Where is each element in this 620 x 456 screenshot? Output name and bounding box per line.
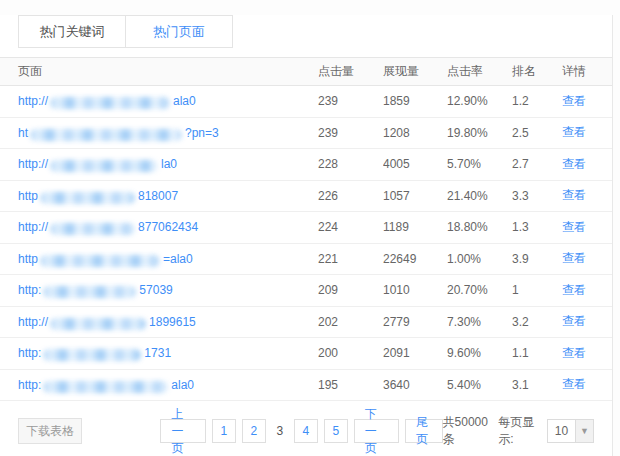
url-prefix: ht	[18, 126, 28, 140]
cell-impressions: 1010	[383, 275, 447, 307]
cell-rank: 2.7	[512, 149, 562, 181]
column-header-detail: 详情	[562, 58, 612, 86]
page-url-link[interactable]: ht?pn=3	[18, 126, 219, 140]
cell-impressions: 3640	[383, 369, 447, 401]
url-suffix: ala0	[173, 94, 196, 108]
cell-rank: 3.9	[512, 243, 562, 275]
cell-clicks: 226	[318, 180, 383, 212]
blurred-url-segment	[30, 129, 182, 141]
url-suffix: =ala0	[163, 252, 193, 266]
cell-clicks: 195	[318, 369, 383, 401]
cell-rank: 3.1	[512, 369, 562, 401]
view-detail-link[interactable]: 查看	[562, 157, 586, 171]
url-suffix: ?pn=3	[185, 126, 219, 140]
page-url-link[interactable]: http://877062434	[18, 220, 198, 234]
table-row: http://1899615 202 2779 7.30% 3.2 查看	[0, 306, 612, 338]
cell-rank: 3.3	[512, 180, 562, 212]
view-detail-link[interactable]: 查看	[562, 94, 586, 108]
cell-impressions: 22649	[383, 243, 447, 275]
url-prefix: http://	[18, 157, 48, 171]
url-suffix: la0	[161, 157, 177, 171]
blurred-url-segment	[50, 223, 135, 235]
blurred-url-segment	[40, 255, 160, 267]
cell-clicks: 224	[318, 212, 383, 244]
cell-impressions: 1859	[383, 86, 447, 118]
cell-impressions: 2091	[383, 338, 447, 370]
view-detail-link[interactable]: 查看	[562, 314, 586, 328]
url-suffix: 1899615	[149, 315, 196, 329]
view-detail-link[interactable]: 查看	[562, 220, 586, 234]
download-table-button[interactable]: 下载表格	[18, 418, 82, 444]
page-url-link[interactable]: http:1731	[18, 346, 171, 360]
table-body: http://ala0 239 1859 12.90% 1.2 查看 ht?pn…	[0, 86, 612, 401]
pagination: 上一页 12345 下一页 尾页	[160, 419, 442, 443]
tab-hot-pages-label: 热门页面	[153, 23, 205, 41]
page-number-button[interactable]: 4	[294, 419, 318, 443]
cell-rank: 1.3	[512, 212, 562, 244]
url-prefix: http://	[18, 220, 48, 234]
page-url-link[interactable]: http=ala0	[18, 252, 193, 266]
column-header-clicks: 点击量	[318, 58, 383, 86]
page-numbers: 12345	[212, 419, 348, 443]
table-header-row: 页面 点击量 展现量 点击率 排名 详情	[0, 58, 612, 86]
url-prefix: http:	[18, 378, 41, 392]
cell-impressions: 1189	[383, 212, 447, 244]
column-header-ctr: 点击率	[447, 58, 512, 86]
column-header-impressions: 展现量	[383, 58, 447, 86]
url-suffix: 877062434	[138, 220, 198, 234]
cell-rank: 3.2	[512, 306, 562, 338]
totals-area: 共50000条 每页显示: 10 ▼	[443, 414, 594, 448]
cell-rank: 2.5	[512, 117, 562, 149]
cell-clicks: 239	[318, 86, 383, 118]
per-page-label: 每页显示:	[498, 414, 541, 448]
view-detail-link[interactable]: 查看	[562, 125, 586, 139]
url-prefix: http://	[18, 94, 48, 108]
view-detail-link[interactable]: 查看	[562, 188, 586, 202]
cell-clicks: 228	[318, 149, 383, 181]
table-row: http://ala0 239 1859 12.90% 1.2 查看	[0, 86, 612, 118]
table-row: http:57039 209 1010 20.70% 1 查看	[0, 275, 612, 307]
prev-page-button[interactable]: 上一页	[160, 419, 205, 443]
page-url-link[interactable]: http://la0	[18, 157, 177, 171]
blurred-url-segment	[43, 381, 168, 393]
cell-impressions: 1057	[383, 180, 447, 212]
cell-ctr: 9.60%	[447, 338, 512, 370]
last-page-button[interactable]: 尾页	[405, 419, 443, 443]
table-footer: 下载表格 上一页 12345 下一页 尾页 共50000条 每页显示: 10 ▼	[18, 414, 594, 448]
page-url-link[interactable]: http://ala0	[18, 94, 196, 108]
hot-pages-panel: 热门关键词 热门页面 页面 点击量 展现量 点击率 排名 详情 http://a…	[0, 15, 613, 456]
view-detail-link[interactable]: 查看	[562, 251, 586, 265]
page-url-link[interactable]: http:57039	[18, 283, 173, 297]
url-prefix: http:	[18, 283, 41, 297]
blurred-url-segment	[43, 349, 141, 361]
page-number-button[interactable]: 1	[212, 419, 236, 443]
next-page-button[interactable]: 下一页	[354, 419, 399, 443]
cell-clicks: 209	[318, 275, 383, 307]
cell-rank: 1.2	[512, 86, 562, 118]
tab-hot-keywords[interactable]: 热门关键词	[19, 16, 125, 47]
blurred-url-segment	[40, 192, 135, 204]
per-page-select[interactable]: 10 ▼	[547, 419, 594, 443]
page-url-link[interactable]: http://1899615	[18, 315, 196, 329]
page-number-button[interactable]: 5	[324, 419, 348, 443]
table-row: http://877062434 224 1189 18.80% 1.3 查看	[0, 212, 612, 244]
column-header-rank: 排名	[512, 58, 562, 86]
hot-pages-table: 页面 点击量 展现量 点击率 排名 详情 http://ala0 239 185…	[0, 57, 612, 401]
view-detail-link[interactable]: 查看	[562, 283, 586, 297]
cell-ctr: 1.00%	[447, 243, 512, 275]
view-detail-link[interactable]: 查看	[562, 346, 586, 360]
total-count: 共50000条	[443, 414, 491, 448]
tab-hot-keywords-label: 热门关键词	[40, 23, 105, 41]
page-number-button[interactable]: 2	[242, 419, 266, 443]
view-detail-link[interactable]: 查看	[562, 377, 586, 391]
column-header-page: 页面	[0, 58, 318, 86]
cell-rank: 1.1	[512, 338, 562, 370]
cell-ctr: 20.70%	[447, 275, 512, 307]
tab-hot-pages[interactable]: 热门页面	[125, 16, 232, 47]
caret-down-icon: ▼	[575, 420, 593, 442]
cell-ctr: 21.40%	[447, 180, 512, 212]
blurred-url-segment	[50, 160, 158, 172]
page-url-link[interactable]: http818007	[18, 189, 178, 203]
page-url-link[interactable]: http:ala0	[18, 378, 194, 392]
url-prefix: http://	[18, 315, 48, 329]
